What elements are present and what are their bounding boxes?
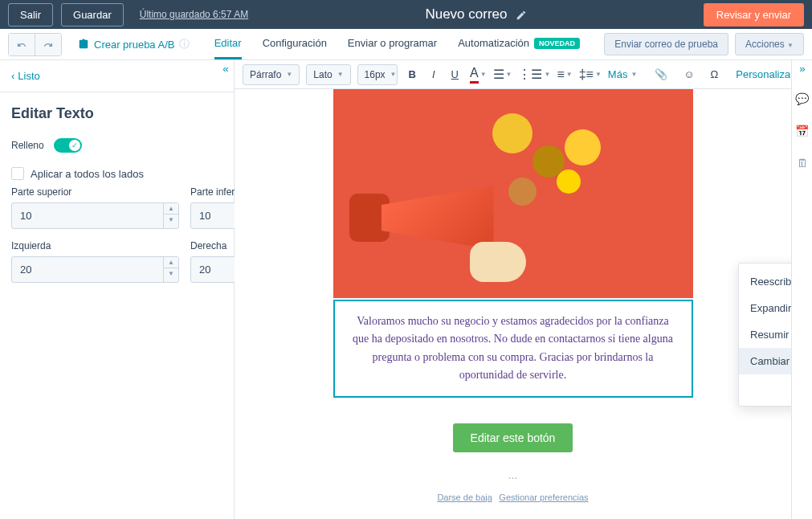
italic-button[interactable]: I bbox=[427, 65, 440, 84]
tab-send[interactable]: Enviar o programar bbox=[348, 29, 437, 59]
panel-title: Editar Texto bbox=[0, 92, 234, 130]
font-select[interactable]: Lato▼ bbox=[306, 64, 350, 85]
tab-edit[interactable]: Editar bbox=[214, 29, 242, 59]
preferences-link[interactable]: Gestionar preferencias bbox=[499, 492, 588, 502]
label-top: Parte superior bbox=[11, 186, 179, 198]
email-body: Valoramos mucho su negocio y estamos agr… bbox=[333, 89, 693, 519]
stepper-up[interactable]: ▲ bbox=[164, 257, 178, 268]
hero-image[interactable] bbox=[333, 89, 693, 298]
list-ul-button[interactable]: ⋮☰▼ bbox=[518, 67, 550, 82]
stepper-down[interactable]: ▼ bbox=[164, 268, 178, 280]
size-select[interactable]: 16px▼ bbox=[357, 64, 398, 85]
right-rail: » 💬 📅 🗓 bbox=[791, 60, 812, 519]
left-panel: « ‹ Listo Editar Texto Relleno Aplicar a… bbox=[0, 60, 235, 519]
apply-all-label: Aplicar a todos los lados bbox=[31, 168, 144, 180]
tab-automation[interactable]: Automatización NOVEDAD bbox=[458, 29, 580, 59]
breadcrumb-back[interactable]: ‹ Listo bbox=[11, 70, 222, 82]
line-height-button[interactable]: ‡≡▼ bbox=[579, 67, 602, 82]
fill-toggle[interactable] bbox=[54, 138, 82, 153]
more-dropdown[interactable]: Más▼ bbox=[608, 68, 637, 80]
edit-title-icon[interactable] bbox=[516, 6, 527, 22]
padding-left-input[interactable] bbox=[12, 257, 163, 282]
text-color-button[interactable]: A▼ bbox=[470, 66, 487, 84]
canvas-area: Párrafo▼ Lato▼ 16px▼ B I U A▼ ☰▼ ⋮☰▼ ≡▼ … bbox=[235, 60, 791, 519]
format-select[interactable]: Párrafo▼ bbox=[243, 64, 300, 85]
page-title: Nuevo correo bbox=[425, 6, 507, 22]
attachment-icon[interactable]: 📎 bbox=[650, 65, 672, 84]
sub-bar: Crear prueba A/B ⓘ Editar Configuración … bbox=[0, 29, 812, 60]
save-button[interactable]: Guardar bbox=[61, 3, 124, 27]
fill-label: Relleno bbox=[11, 140, 44, 151]
last-saved-link[interactable]: Último guardado 6:57 AM bbox=[140, 9, 248, 20]
comments-icon[interactable]: 💬 bbox=[795, 92, 809, 105]
menu-expand[interactable]: Expandir bbox=[739, 295, 791, 321]
special-char-icon[interactable]: Ω bbox=[706, 65, 724, 84]
emoji-icon[interactable]: ☺ bbox=[679, 65, 699, 84]
send-test-button[interactable]: Enviar correo de prueba bbox=[604, 33, 728, 55]
actions-dropdown[interactable]: Acciones ▼ bbox=[735, 33, 804, 55]
review-send-button[interactable]: Revisar y enviar bbox=[704, 3, 804, 27]
menu-rewrite[interactable]: Reescribir bbox=[739, 268, 791, 295]
cta-button[interactable]: Editar este botón bbox=[453, 423, 573, 452]
align-button[interactable]: ☰▼ bbox=[493, 67, 512, 82]
ai-context-menu: Reescribir Expandir Resumir Cambiar tono… bbox=[738, 263, 791, 407]
label-left: Izquierda bbox=[11, 240, 179, 251]
undo-button[interactable] bbox=[9, 34, 35, 55]
calendar-icon[interactable]: 📅 bbox=[795, 125, 809, 137]
body-paragraph[interactable]: Valoramos mucho su negocio y estamos agr… bbox=[351, 313, 675, 385]
bold-button[interactable]: B bbox=[404, 65, 421, 84]
padding-top-input[interactable] bbox=[12, 203, 163, 228]
badge-new: NOVEDAD bbox=[534, 38, 580, 49]
stepper-up[interactable]: ▲ bbox=[164, 203, 178, 215]
collapse-right-icon[interactable]: » bbox=[792, 60, 812, 76]
text-toolbar: Párrafo▼ Lato▼ 16px▼ B I U A▼ ☰▼ ⋮☰▼ ≡▼ … bbox=[235, 60, 791, 89]
top-bar: Salir Guardar Último guardado 6:57 AM Nu… bbox=[0, 0, 812, 29]
apply-all-checkbox[interactable] bbox=[11, 167, 24, 180]
menu-change-tone[interactable]: Cambiar tono› bbox=[739, 348, 791, 374]
list-ol-button[interactable]: ≡▼ bbox=[557, 67, 572, 82]
redo-button[interactable] bbox=[35, 34, 61, 55]
collapse-left-icon[interactable]: « bbox=[218, 60, 234, 76]
underline-button[interactable]: U bbox=[447, 65, 463, 84]
stepper-down[interactable]: ▼ bbox=[164, 215, 178, 226]
text-block-selected[interactable]: Valoramos mucho su negocio y estamos agr… bbox=[333, 300, 693, 398]
footer-ellipsis: … bbox=[333, 467, 693, 484]
personalize-button[interactable]: Personalizar bbox=[736, 68, 791, 80]
menu-summarize[interactable]: Resumir bbox=[739, 321, 791, 348]
exit-button[interactable]: Salir bbox=[8, 3, 53, 27]
ab-test-link[interactable]: Crear prueba A/B ⓘ bbox=[78, 37, 190, 51]
tab-config[interactable]: Configuración bbox=[263, 29, 327, 59]
info-icon: ⓘ bbox=[179, 37, 190, 51]
unsubscribe-link[interactable]: Darse de baja bbox=[437, 492, 492, 502]
schedule-icon[interactable]: 🗓 bbox=[797, 157, 808, 170]
